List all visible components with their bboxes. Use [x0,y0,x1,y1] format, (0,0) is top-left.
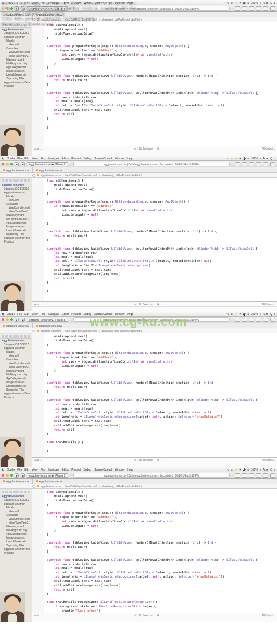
variables-scope-selector[interactable]: Auto ⌄ [34,147,42,150]
editor-mode-assistant-icon[interactable] [242,162,247,166]
navigator-item[interactable]: MyPlayground.playground [1,528,31,532]
code-editor[interactable]: func addMeal(meal) { meals.append(meal) … [32,22,277,146]
navigator-item[interactable]: MyPlayground.playground [1,62,31,65]
apple-menu-icon[interactable]: 🟊 [2,157,4,160]
menubar-status-icon[interactable]: ⚡ [234,312,238,316]
menubar-status-icon[interactable]: ᚜ [260,1,261,4]
navigator-item[interactable]: Controllers [1,513,31,517]
menubar-status-icon[interactable]: ≋ [247,312,249,316]
navigator-item[interactable]: MealsTableViewControll... [1,521,31,525]
menubar-status-icon[interactable]: ≡ [231,157,233,160]
menubar-status-icon[interactable]: 100% [251,157,258,160]
menubar-status-icon[interactable]: ⌥ [226,312,229,316]
variables-scope-selector[interactable]: Auto ⌄ [34,459,42,461]
variables-filter-icon[interactable]: ⊘ [134,147,136,150]
code-editor[interactable]: func addMeal(meal) { meals.append(meal) … [32,489,277,613]
navigator-item[interactable]: Meal.swift [1,198,31,202]
menubar-status-icon[interactable]: Aure [263,157,269,160]
menu-item[interactable]: Xcode [7,157,15,160]
menu-item[interactable]: Debug [83,157,91,160]
navigator-item[interactable]: AppDelegate.swift [1,377,31,380]
toggle-utilities-icon[interactable] [270,162,275,166]
menubar-status-icon[interactable]: Q [270,1,272,4]
navigator-item[interactable]: Supporting Files [1,232,31,236]
menu-item[interactable]: Find [41,312,46,316]
window-zoom-icon[interactable] [10,163,13,165]
toggle-navigator-icon[interactable] [256,318,261,322]
editor-tab[interactable]: eggplant-tomorrow [33,323,66,328]
menubar-status-icon[interactable]: ᚜ [260,312,261,316]
menu-item[interactable]: Product [71,468,81,471]
navigator-item[interactable]: LaunchScreen.xib [1,384,31,388]
window-close-icon[interactable] [2,474,4,477]
jump-bar[interactable]: ⟨ ⟩ eggplant-tomorrow›MealTableViewContr… [0,484,277,489]
navigator-tabs[interactable] [1,179,31,183]
jump-bar[interactable]: ⟨ ⟩ eggplant-tomorrow›MealTableViewContr… [0,328,277,333]
menubar-status-icon[interactable]: 100% [251,312,258,316]
navigator-item[interactable]: eggplant-tomorrow [1,346,31,350]
menu-item[interactable]: Navigate [48,312,59,316]
menu-item[interactable]: Editor [62,157,69,160]
navigator-item[interactable]: Meal.swift [1,354,31,358]
editor-tab[interactable]: eggplant-tomorrow [0,323,33,328]
menubar-status-icon[interactable]: ⏻ [243,1,246,4]
menu-item[interactable]: Find [41,468,46,471]
scheme-selector[interactable]: eggplant-tomorrow ▸ iPhone 6 [27,318,68,322]
menu-item[interactable]: View [32,312,38,316]
menubar-status-icon[interactable]: ✈ [239,312,241,316]
navigator-item[interactable]: Products [1,84,31,88]
toggle-debug-icon[interactable] [263,6,268,11]
navigator-item[interactable]: AppDelegate.swift [1,65,31,69]
scheme-selector[interactable]: eggplant-tomorrow ▸ iPhone 6 [27,162,68,166]
menubar-status-icon[interactable]: ≋ [247,1,249,4]
menubar-status-icon[interactable]: ⌥ [226,468,229,471]
menubar-status-icon[interactable]: Aure [263,468,269,471]
toggle-utilities-icon[interactable] [270,6,275,11]
menubar-status-icon[interactable]: Q [270,157,272,160]
toggle-navigator-icon[interactable] [256,162,261,166]
navigator-item[interactable]: Supporting Files [1,544,31,547]
navigator-item[interactable]: Supporting Files [1,388,31,392]
window-close-icon[interactable] [2,318,4,321]
menu-item[interactable]: Source Control [94,157,112,160]
navigator-item[interactable]: Controllers [1,358,31,361]
navigator-item[interactable]: Images.xcassets [1,225,31,229]
navigator-item[interactable]: Models [1,350,31,354]
scheme-selector[interactable]: eggplant-tomorrow ▸ iPhone 6 [27,473,68,478]
menubar-status-icon[interactable]: ≋ [247,157,249,160]
code-editor[interactable]: func addMeal(meal) { meals.append(meal) … [32,178,277,301]
menu-item[interactable]: Navigate [48,157,59,160]
menubar-status-icon[interactable]: ᚜ [260,468,261,471]
menu-item[interactable]: File [17,468,22,471]
navigator-item[interactable]: 3 targets, iOS SDK 8.0 [1,343,31,346]
navigator-item[interactable]: eggplant-tomorrow [1,494,31,498]
editor-mode-standard-icon[interactable] [235,473,240,478]
navigator-item[interactable]: eggplant-tomorrow [1,191,31,194]
editor-mode-assistant-icon[interactable] [242,473,247,478]
menu-item[interactable]: Window [115,157,124,160]
navigator-item[interactable]: MyPlayground.playground [1,217,31,221]
clear-console-icon[interactable]: ⊞ ▫ [157,147,161,150]
navigator-item[interactable]: Main.storyboard [1,58,31,62]
toggle-navigator-icon[interactable] [256,6,261,11]
menubar-status-icon[interactable]: ⌥ [226,1,229,4]
navigator-item[interactable]: Main.storyboard [1,369,31,373]
editor-mode-assistant-icon[interactable] [242,318,247,322]
menu-item[interactable]: Editor [62,312,69,316]
run-button[interactable]: ▶ [15,473,19,478]
menubar-status-icon[interactable]: ⏻ [243,468,246,471]
editor-mode-standard-icon[interactable] [235,318,240,322]
navigator-item[interactable]: eggplant-tomorrow [1,28,31,31]
window-minimize-icon[interactable] [6,474,9,477]
jump-bar[interactable]: ⟨ ⟩ eggplant-tomorrow›MealTableViewContr… [0,173,277,178]
navigator-tabs[interactable] [1,334,31,339]
navigator-item[interactable]: MealsTableViewControll... [1,365,31,369]
menubar-status-icon[interactable]: ≡ [231,312,233,316]
menubar-status-icon[interactable]: 100% [251,468,258,471]
menu-item[interactable]: Help [127,468,133,471]
navigator-item[interactable]: MyPlayground.playground [1,373,31,377]
navigator-item[interactable]: Main.storyboard [1,213,31,217]
run-button[interactable]: ▶ [15,162,19,166]
menubar-status-icon[interactable]: ≡ [274,157,275,160]
menubar-status-icon[interactable]: ⚡ [234,1,238,4]
